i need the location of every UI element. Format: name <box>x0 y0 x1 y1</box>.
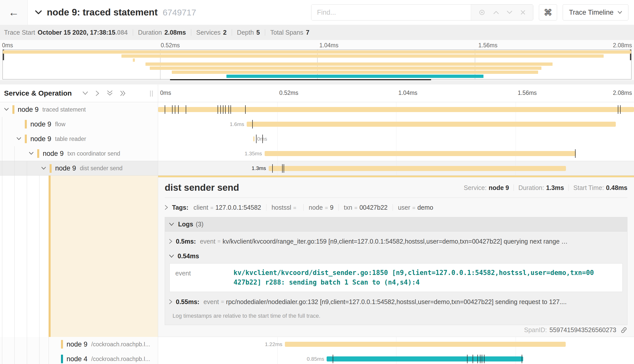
prev-match-chevron-up-icon[interactable] <box>493 10 499 14</box>
tags-row[interactable]: Tags: client=127.0.0.1:54582hostssl=node… <box>165 202 627 213</box>
detail-meta-value: 0.48ms <box>606 184 627 191</box>
meta-value-muted: .084 <box>115 29 128 36</box>
span-row-timeline-cell[interactable]: 0ms <box>158 132 634 146</box>
collapse-all-double-chevron-down-icon[interactable] <box>107 90 113 96</box>
span-duration-bar[interactable] <box>158 107 634 112</box>
tick-label-0ms: 0ms <box>160 90 171 96</box>
span-row-timeline-cell[interactable]: 1.35ms <box>158 146 634 161</box>
overview-minimap-canvas[interactable] <box>3 50 631 79</box>
log-marker-tick <box>620 105 621 114</box>
service-name: node 9 <box>55 164 76 172</box>
back-button[interactable]: ← <box>0 0 28 25</box>
span-row-timeline-cell[interactable]: 1.22ms <box>158 337 634 352</box>
divider <box>393 204 393 211</box>
log-entry-row[interactable]: 0.5ms:event=kv/kvclient/kvcoord/range_it… <box>169 233 623 249</box>
span-id-label: SpanID: <box>524 326 547 334</box>
tag-key: user <box>398 204 410 211</box>
span-row-name-cell[interactable]: node 9dist sender send <box>0 161 158 175</box>
trace-meta-item: Total Spans7 <box>270 29 309 36</box>
divider-band <box>0 80 634 84</box>
logs-footnote: Log timestamps are relative to the start… <box>169 310 623 323</box>
span-row[interactable]: node 9table reader0ms <box>0 132 634 146</box>
operation-name: traced statement <box>43 106 86 113</box>
span-duration-label: 1.35ms <box>245 146 262 161</box>
minimap-span-bar <box>150 67 541 70</box>
span-row[interactable]: node 9dist sender send1.3ms <box>0 161 634 176</box>
tree-indent-guide <box>2 132 2 146</box>
span-duration-bar[interactable] <box>269 166 566 171</box>
span-row-timeline-cell[interactable] <box>158 102 634 117</box>
expand-all-double-chevron-right-icon[interactable] <box>120 91 126 96</box>
span-row-timeline-cell[interactable]: 1.6ms <box>158 117 634 132</box>
tag-item[interactable]: user=demo <box>398 204 433 211</box>
span-row[interactable]: node 9traced statement <box>0 102 634 117</box>
span-row-name-cell[interactable]: node 9table reader <box>0 132 158 146</box>
minimap-span-row <box>3 74 631 78</box>
log-marker-tick <box>477 355 478 363</box>
service-name: node 9 <box>43 150 64 158</box>
span-duration-bar[interactable] <box>285 342 566 347</box>
log-marker-tick <box>165 105 165 114</box>
log-timestamp: 0.5ms: <box>176 238 196 245</box>
trace-view-selector[interactable]: Trace Timeline <box>563 4 628 20</box>
detail-meta-value: 1.3ms <box>546 184 564 191</box>
tag-item[interactable]: txn=00427b22 <box>344 204 388 211</box>
locate-icon[interactable] <box>478 9 485 16</box>
service-name: node 9 <box>30 135 51 143</box>
deep-link-icon[interactable] <box>620 327 627 334</box>
span-row-name-cell[interactable]: node 9/cockroach.roachpb.I... <box>0 337 158 352</box>
span-row[interactable]: node 9txn coordinator send1.35ms <box>0 146 634 161</box>
minimap-span-bar <box>145 62 553 66</box>
collapse-chevron-down-icon[interactable] <box>29 152 34 155</box>
collapse-chevron-down-icon[interactable] <box>4 108 9 111</box>
collapse-chevron-down-icon[interactable] <box>16 137 21 140</box>
span-duration-bar[interactable] <box>253 136 255 141</box>
span-color-bar <box>49 176 51 337</box>
log-entry-row-expanded[interactable]: 0.54ms <box>169 249 623 263</box>
clear-find-close-icon[interactable] <box>520 10 526 15</box>
expand-one-chevron-right-icon[interactable] <box>96 91 99 96</box>
log-field-key: event <box>203 298 219 306</box>
operation-name: /cockroach.roachpb.I... <box>91 341 150 348</box>
span-duration-bar[interactable] <box>327 356 523 361</box>
collapse-one-chevron-down-icon[interactable] <box>82 91 88 95</box>
find-input[interactable] <box>311 5 471 20</box>
span-row-name-cell[interactable]: node 9traced statement <box>0 102 158 117</box>
tag-item[interactable]: node=9 <box>309 204 333 211</box>
tag-item[interactable]: hostssl= <box>271 204 298 211</box>
span-row-timeline-cell[interactable]: 0.85ms <box>158 352 634 364</box>
span-row[interactable]: node 4/cockroach.roachpb.I...0.85ms <box>0 352 634 364</box>
span-name: node 9dist sender send <box>55 161 122 175</box>
tree-indent-guide <box>14 337 15 352</box>
tick-label-0.52ms: 0.52ms <box>279 90 298 96</box>
column-resizer-handle[interactable] <box>150 91 153 97</box>
service-color-chip <box>12 105 14 114</box>
span-row-name-cell[interactable]: node 4/cockroach.roachpb.I... <box>0 352 158 364</box>
timeline-gridline <box>516 132 516 146</box>
log-marker-tick <box>175 105 175 114</box>
tag-equals: = <box>210 205 213 211</box>
logs-label: Logs <box>178 221 193 228</box>
span-duration-bar[interactable] <box>265 151 576 156</box>
keyboard-shortcuts-button[interactable]: ⌘ <box>539 4 557 20</box>
span-row[interactable]: node 9flow1.6ms <box>0 117 634 132</box>
next-match-chevron-down-icon[interactable] <box>506 10 513 14</box>
logs-header[interactable]: Logs (3) <box>165 217 627 231</box>
span-row-name-cell[interactable]: node 9flow <box>0 117 158 132</box>
detail-meta-value: node 9 <box>489 184 509 191</box>
operation-name: txn coordinator send <box>68 150 120 157</box>
span-row[interactable]: node 9/cockroach.roachpb.I...1.22ms <box>0 337 634 352</box>
span-duration-bar[interactable] <box>247 122 616 127</box>
chevron-right-icon <box>165 205 168 210</box>
span-row-timeline-cell[interactable]: 1.3ms <box>158 161 634 175</box>
collapse-chevron-down-icon[interactable] <box>41 167 46 170</box>
log-marker-tick <box>272 164 273 173</box>
tree-indent-guide <box>14 352 15 364</box>
span-row-name-cell[interactable]: node 9txn coordinator send <box>0 146 158 161</box>
tag-item[interactable]: client=127.0.0.1:54582 <box>194 204 261 211</box>
collapse-trace-chevron-down-icon[interactable] <box>35 10 42 15</box>
span-detail-meta: Service:node 9Duration:1.3msStart Time:0… <box>464 184 627 191</box>
log-marker-tick <box>178 105 179 114</box>
log-entry-row[interactable]: 0.55ms:event=rpc/nodedialer/nodedialer.g… <box>169 294 623 310</box>
log-marker-tick <box>333 355 333 363</box>
